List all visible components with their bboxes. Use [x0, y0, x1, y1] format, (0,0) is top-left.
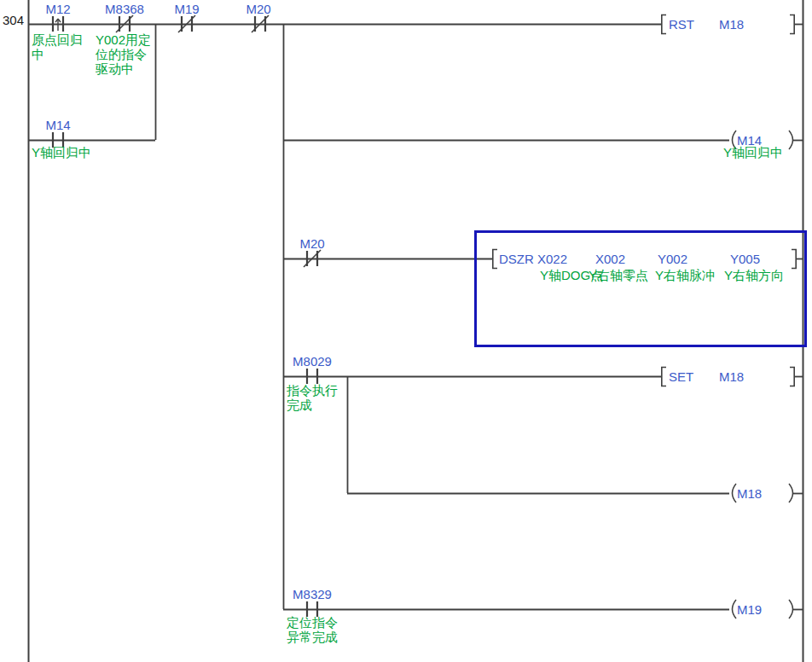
contact-m19-normally-closed[interactable]	[178, 15, 195, 32]
contact-comment-m8029: 指令执行 完成	[287, 383, 338, 412]
contact-m8368-normally-closed[interactable]	[116, 15, 133, 32]
contact-label-m19[interactable]: M19	[174, 2, 199, 16]
wires	[28, 24, 803, 610]
set-operand[interactable]: M18	[719, 369, 744, 384]
dszr-operand-4-comment: Y右轴方向	[724, 268, 784, 282]
dszr-operand-1[interactable]: X022	[537, 252, 567, 266]
dszr-operand-2[interactable]: X002	[595, 252, 625, 266]
ladder-canvas[interactable]	[0, 0, 812, 662]
contact-comment-m14: Y轴回归中	[32, 145, 91, 160]
dszr-operand-2-comment: Y右轴零点	[589, 268, 648, 282]
contact-label-m8368[interactable]: M8368	[105, 2, 144, 16]
contact-comment-m8329: 定位指令 异常完成	[287, 615, 338, 644]
dszr-operand-4[interactable]: Y005	[730, 252, 760, 266]
contact-comment-m12: 原点回归 中	[32, 32, 83, 61]
rung-step-number: 304	[0, 13, 24, 27]
contact-label-m14[interactable]: M14	[45, 118, 70, 132]
contact-m20-branch-normally-closed[interactable]	[304, 250, 321, 267]
contact-comment-m8368: Y002用定 位的指令 驱动中	[96, 32, 151, 76]
contact-label-m20-main[interactable]: M20	[246, 2, 270, 16]
coil-label-m18[interactable]: M18	[737, 486, 762, 501]
contact-label-m8029[interactable]: M8029	[293, 354, 332, 369]
contact-label-m20-branch[interactable]: M20	[299, 236, 324, 251]
selection-box	[476, 232, 806, 346]
coil-comment-m14: Y轴回归中	[723, 145, 783, 160]
set-mnemonic[interactable]: SET	[669, 369, 693, 384]
dszr-mnemonic[interactable]: DSZR	[499, 252, 534, 266]
power-rails	[29, 0, 803, 662]
dszr-operand-3-comment: Y右轴脉冲	[655, 268, 715, 282]
contact-m20-main-normally-closed[interactable]	[252, 15, 269, 32]
coil-label-m19[interactable]: M19	[737, 602, 762, 617]
contact-label-m12[interactable]: M12	[45, 2, 70, 16]
rst-mnemonic[interactable]: RST	[669, 17, 694, 32]
dszr-operand-3[interactable]: Y002	[658, 252, 687, 266]
contact-label-m8329[interactable]: M8329	[293, 587, 332, 601]
rst-operand[interactable]: M18	[719, 17, 744, 32]
